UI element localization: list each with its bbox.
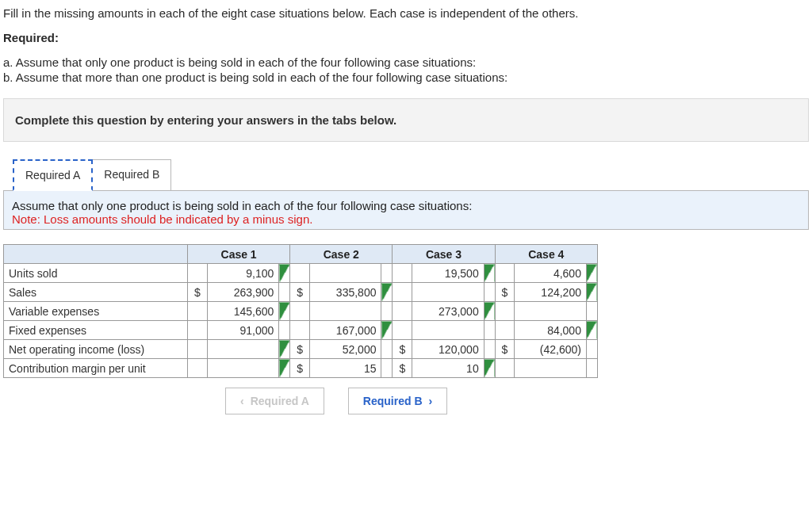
cell-units-c4[interactable]: 4,600 [515, 264, 587, 283]
sym-sales-c2: $ [290, 283, 310, 302]
cell-fix-c2[interactable]: 167,000 [309, 321, 381, 340]
flag-icon [381, 321, 393, 340]
tab-required-a[interactable]: Required A [13, 159, 93, 191]
panel-instruction-line1: Assume that only one product is being so… [12, 199, 800, 212]
cell-units-c2[interactable] [309, 264, 381, 283]
requirement-a: a. Assume that only one product is being… [3, 55, 809, 69]
sym-noi-c4: $ [495, 340, 515, 359]
row-cmu: Contribution margin per unit $15 $10 [4, 359, 598, 378]
sym-sales-c3 [393, 283, 412, 302]
cell-sales-c1[interactable]: 263,900 [207, 283, 279, 302]
prev-label: Required A [251, 395, 309, 407]
lead-text: Fill in the missing amounts in each of t… [3, 6, 809, 20]
flag-icon [484, 302, 495, 321]
flag-icon [279, 264, 290, 283]
cell-fix-c3[interactable] [412, 321, 485, 340]
label-noi: Net operating income (loss) [4, 340, 188, 359]
header-case1: Case 1 [188, 245, 290, 264]
cell-sales-c4[interactable]: 124,200 [515, 283, 587, 302]
cell-var-c3[interactable]: 273,000 [412, 302, 485, 321]
header-case4: Case 4 [495, 245, 597, 264]
header-case3: Case 3 [393, 245, 495, 264]
chevron-right-icon: › [429, 395, 433, 407]
cell-units-c1[interactable]: 9,100 [207, 264, 279, 283]
label-cmu: Contribution margin per unit [4, 359, 188, 378]
label-fixed: Fixed expenses [4, 321, 188, 340]
cell-noi-c1[interactable] [207, 340, 279, 359]
prev-button: ‹ Required A [225, 388, 324, 414]
flag-icon [484, 264, 495, 283]
panel-instruction-line2: Note: Loss amounts should be indicated b… [12, 212, 800, 226]
tab-required-b[interactable]: Required B [92, 159, 171, 191]
cell-noi-c3[interactable]: 120,000 [412, 340, 485, 359]
tabs-row: Required A Required B [13, 159, 809, 191]
cell-fix-c4[interactable]: 84,000 [515, 321, 587, 340]
label-variable: Variable expenses [4, 302, 188, 321]
flag-icon [279, 340, 290, 359]
flag-icon [586, 321, 597, 340]
next-button[interactable]: Required B › [348, 388, 447, 414]
row-noi: Net operating income (loss) $52,000 $120… [4, 340, 598, 359]
cell-cmu-c2[interactable]: 15 [309, 359, 381, 378]
instruction-box: Complete this question by entering your … [3, 98, 809, 142]
cell-var-c1[interactable]: 145,600 [207, 302, 279, 321]
sym-noi-c2: $ [290, 340, 310, 359]
flag-icon [381, 283, 393, 302]
sym-cmu-c2: $ [290, 359, 310, 378]
sym-sales-c1: $ [188, 283, 208, 302]
cell-sales-c2[interactable]: 335,800 [309, 283, 381, 302]
sym-sales-c4: $ [495, 283, 515, 302]
row-fixed: Fixed expenses 91,000 167,000 84,000 [4, 321, 598, 340]
flag-icon [279, 302, 290, 321]
cell-sales-c3[interactable] [412, 283, 485, 302]
sym-cmu-c3: $ [393, 359, 412, 378]
cell-cmu-c4[interactable] [515, 359, 587, 378]
flag-icon [586, 264, 597, 283]
tab-panel: Assume that only one product is being so… [3, 190, 809, 230]
flag-icon [279, 359, 290, 378]
cell-cmu-c3[interactable]: 10 [412, 359, 485, 378]
requirement-b: b. Assume that more than one product is … [3, 71, 809, 84]
label-sales: Sales [4, 283, 188, 302]
cell-var-c4[interactable] [515, 302, 587, 321]
header-blank [4, 245, 188, 264]
cell-noi-c4[interactable]: (42,600) [515, 340, 587, 359]
chevron-left-icon: ‹ [240, 395, 244, 407]
cell-cmu-c1[interactable] [207, 359, 279, 378]
next-label: Required B [363, 395, 423, 407]
cell-noi-c2[interactable]: 52,000 [309, 340, 381, 359]
row-units-sold: Units sold 9,100 19,500 4,600 [4, 264, 598, 283]
sym-noi-c3: $ [393, 340, 412, 359]
cell-units-c3[interactable]: 19,500 [412, 264, 485, 283]
header-case2: Case 2 [290, 245, 393, 264]
cell-fix-c1[interactable]: 91,000 [207, 321, 279, 340]
row-sales: Sales $263,900 $335,800 $124,200 [4, 283, 598, 302]
cell-var-c2[interactable] [309, 302, 381, 321]
label-units-sold: Units sold [4, 264, 188, 283]
required-heading: Required: [3, 31, 809, 44]
flag-icon [586, 283, 597, 302]
row-variable: Variable expenses 145,600 273,000 [4, 302, 598, 321]
case-table: Case 1 Case 2 Case 3 Case 4 Units sold 9… [3, 244, 598, 378]
flag-icon [484, 359, 495, 378]
